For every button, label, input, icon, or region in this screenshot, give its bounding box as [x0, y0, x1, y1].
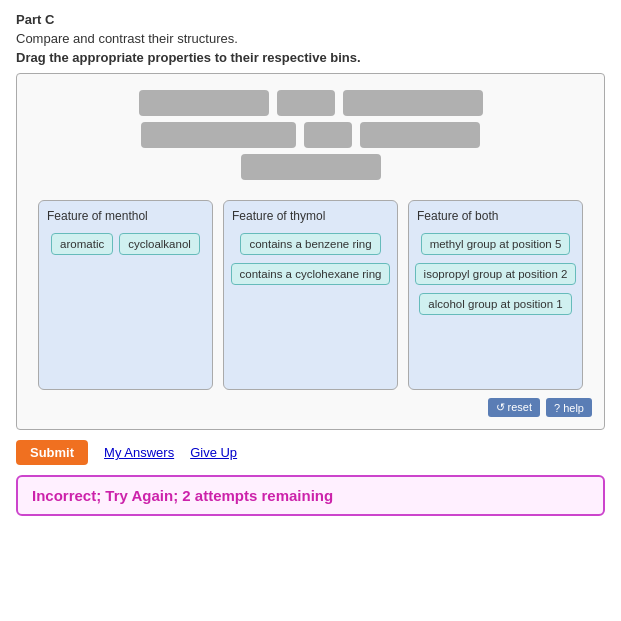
- instruction: Drag the appropriate properties to their…: [16, 50, 605, 65]
- feedback-box: Incorrect; Try Again; 2 attempts remaini…: [16, 475, 605, 516]
- bin-both-title: Feature of both: [417, 209, 574, 223]
- chip-cyclohexane-ring[interactable]: contains a cyclohexane ring: [231, 263, 391, 285]
- chip-methyl-position[interactable]: methyl group at position 5: [421, 233, 571, 255]
- drag-chip-1[interactable]: [139, 90, 269, 116]
- submit-button[interactable]: Submit: [16, 440, 88, 465]
- chip-alcohol-position[interactable]: alcohol group at position 1: [419, 293, 571, 315]
- drag-chip-2[interactable]: [277, 90, 335, 116]
- bin-both-items: methyl group at position 5 isopropyl gro…: [417, 233, 574, 315]
- bin-thymol: Feature of thymol contains a benzene rin…: [223, 200, 398, 390]
- reset-button[interactable]: ↺ reset: [488, 398, 541, 417]
- main-box: Feature of menthol aromatic cycloalkanol…: [16, 73, 605, 430]
- description: Compare and contrast their structures.: [16, 31, 605, 46]
- chip-aromatic[interactable]: aromatic: [51, 233, 113, 255]
- chip-isopropyl-position[interactable]: isopropyl group at position 2: [415, 263, 577, 285]
- drag-row-1: [139, 90, 483, 116]
- drag-chip-7[interactable]: [241, 154, 381, 180]
- page-container: Part C Compare and contrast their struct…: [0, 0, 621, 528]
- part-label: Part C: [16, 12, 605, 27]
- give-up-button[interactable]: Give Up: [190, 445, 237, 460]
- chip-cycloalkanol[interactable]: cycloalkanol: [119, 233, 200, 255]
- bin-thymol-items: contains a benzene ring contains a cyclo…: [232, 233, 389, 285]
- help-button[interactable]: ? help: [546, 398, 592, 417]
- bin-menthol: Feature of menthol aromatic cycloalkanol: [38, 200, 213, 390]
- drag-chip-5[interactable]: [304, 122, 352, 148]
- bin-both: Feature of both methyl group at position…: [408, 200, 583, 390]
- submit-row: Submit My Answers Give Up: [16, 440, 605, 465]
- drag-chip-6[interactable]: [360, 122, 480, 148]
- drag-items-area: [29, 90, 592, 180]
- bin-thymol-title: Feature of thymol: [232, 209, 389, 223]
- drag-row-3: [241, 154, 381, 180]
- bin-menthol-items: aromatic cycloalkanol: [47, 233, 204, 255]
- chip-benzene-ring[interactable]: contains a benzene ring: [240, 233, 380, 255]
- main-box-footer: ↺ reset ? help: [29, 398, 592, 417]
- drag-row-2: [141, 122, 480, 148]
- bin-menthol-row: aromatic cycloalkanol: [51, 233, 200, 255]
- my-answers-button[interactable]: My Answers: [104, 445, 174, 460]
- drag-chip-4[interactable]: [141, 122, 296, 148]
- bin-menthol-title: Feature of menthol: [47, 209, 204, 223]
- bins-area: Feature of menthol aromatic cycloalkanol…: [29, 200, 592, 390]
- drag-chip-3[interactable]: [343, 90, 483, 116]
